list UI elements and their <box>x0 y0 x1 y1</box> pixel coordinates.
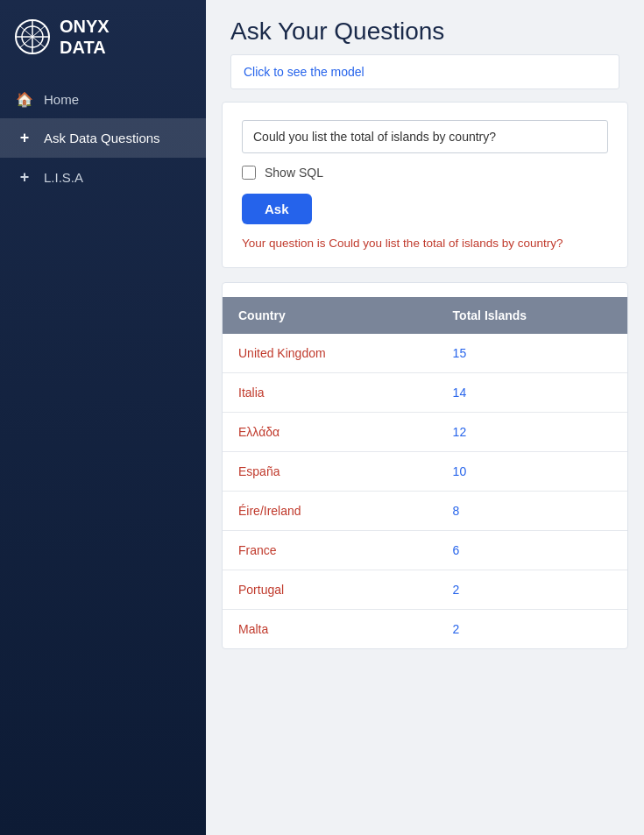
table-row: Italia14 <box>223 373 627 413</box>
logo-text: ONYX DATA <box>60 16 110 58</box>
table-body: United Kingdom15Italia14Ελλάδα12España10… <box>223 334 627 648</box>
sidebar-item-ask-label: Ask Data Questions <box>44 131 160 145</box>
onyx-logo-icon <box>14 18 51 55</box>
main-content: Ask Your Questions Click to see the mode… <box>206 0 644 835</box>
question-echo: Your question is Could you list the tota… <box>242 237 608 250</box>
model-link[interactable]: Click to see the model <box>244 65 364 79</box>
show-sql-row: Show SQL <box>242 166 608 180</box>
cell-country: España <box>223 452 437 492</box>
sidebar-item-lisa[interactable]: + L.I.S.A <box>0 158 206 197</box>
cell-total: 14 <box>437 373 627 413</box>
table-header-row: Country Total Islands <box>223 297 627 334</box>
table-header: Country Total Islands <box>223 297 627 334</box>
sidebar-item-lisa-label: L.I.S.A <box>44 170 83 185</box>
cell-total: 10 <box>437 452 627 492</box>
home-icon: 🏠 <box>16 91 33 108</box>
cell-total: 15 <box>437 334 627 373</box>
add-icon-ask: + <box>16 129 33 147</box>
cell-total: 6 <box>437 531 627 570</box>
cell-country: Éire/Ireland <box>223 492 437 531</box>
col-country: Country <box>223 297 437 334</box>
data-table: Country Total Islands United Kingdom15It… <box>223 297 627 648</box>
model-link-bar: Click to see the model <box>230 54 619 89</box>
cell-country: Italia <box>223 373 437 413</box>
cell-total: 2 <box>437 570 627 610</box>
table-row: France6 <box>223 531 627 570</box>
table-row: Malta2 <box>223 610 627 649</box>
logo: ONYX DATA <box>0 0 206 74</box>
show-sql-checkbox[interactable] <box>242 166 256 180</box>
table-row: Éire/Ireland8 <box>223 492 627 531</box>
sidebar-item-home[interactable]: 🏠 Home <box>0 81 206 118</box>
cell-country: Malta <box>223 610 437 649</box>
col-total-islands: Total Islands <box>437 297 627 334</box>
results-card: Country Total Islands United Kingdom15It… <box>222 282 628 649</box>
cell-total: 8 <box>437 492 627 531</box>
cell-country: France <box>223 531 437 570</box>
sidebar-item-ask-data-questions[interactable]: + Ask Data Questions <box>0 118 206 158</box>
page-title: Ask Your Questions <box>206 0 644 54</box>
question-input[interactable] <box>242 120 608 153</box>
cell-total: 2 <box>437 610 627 649</box>
echo-question: Could you list the total of islands by c… <box>329 237 563 250</box>
question-card: Show SQL Ask Your question is Could you … <box>222 102 628 268</box>
cell-total: 12 <box>437 413 627 452</box>
table-row: Portugal2 <box>223 570 627 610</box>
table-row: United Kingdom15 <box>223 334 627 373</box>
table-row: Ελλάδα12 <box>223 413 627 452</box>
cell-country: United Kingdom <box>223 334 437 373</box>
sidebar: ONYX DATA 🏠 Home + Ask Data Questions + … <box>0 0 206 835</box>
ask-button[interactable]: Ask <box>242 194 312 224</box>
table-row: España10 <box>223 452 627 492</box>
sidebar-nav: 🏠 Home + Ask Data Questions + L.I.S.A <box>0 74 206 204</box>
sidebar-item-home-label: Home <box>44 92 79 107</box>
echo-prefix: Your question is <box>242 237 329 250</box>
show-sql-label[interactable]: Show SQL <box>265 166 323 180</box>
cell-country: Portugal <box>223 570 437 610</box>
add-icon-lisa: + <box>16 168 33 187</box>
cell-country: Ελλάδα <box>223 413 437 452</box>
